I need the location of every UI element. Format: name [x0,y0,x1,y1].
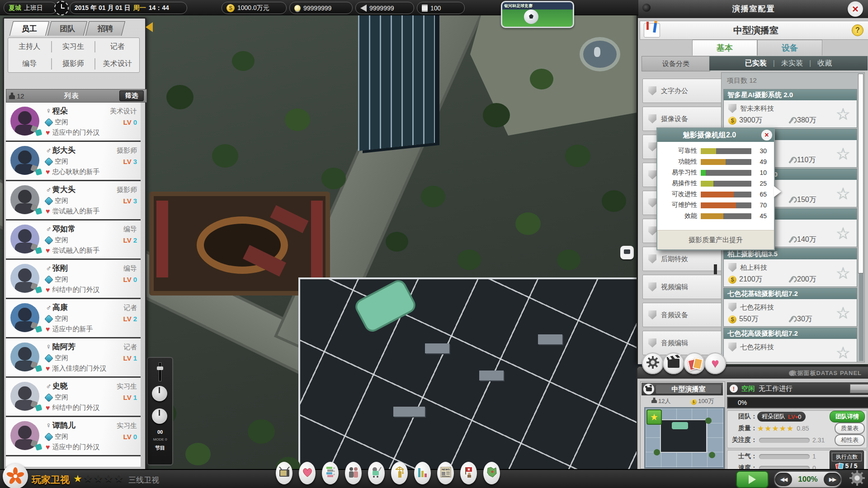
money-pill[interactable]: $ 1000.0万元 [222,2,287,14]
employee-row[interactable]: ♂邓如常 编导 空闲 LV2 ♥ 尝试融入的新手 [6,221,141,258]
category-button[interactable]: 后期特效 [642,247,722,271]
cart-button[interactable] [368,462,385,484]
script-value: 100 [430,5,441,12]
tab-团队[interactable]: 团队 [47,21,87,36]
cards-button[interactable] [684,352,705,374]
dial-knob[interactable] [152,386,167,401]
production-button[interactable] [663,352,684,374]
employee-row[interactable]: ♀谭鹊儿 实习生 空闲 LV0 ♥ 适应中的门外汉 [6,417,141,455]
category-scrollbar[interactable] [714,264,717,274]
heart-button[interactable] [299,462,316,484]
close-icon[interactable]: × [848,1,863,17]
tv-button[interactable] [276,462,292,484]
favorite-star-icon[interactable]: ☆ [836,264,850,283]
favorite-star-icon[interactable]: ☆ [836,304,850,323]
phone-badge-icon [35,365,42,372]
employee-row[interactable]: ♀程朵 美术设计 空闲 LV0 ♥ 适应中的门外汉 [6,103,141,141]
dial-knob[interactable] [152,408,167,424]
category-button[interactable]: 音频设备 [642,303,722,327]
filter-tab-收藏[interactable]: 收藏 [817,59,832,68]
help-icon[interactable]: ? [852,24,863,36]
map-marker[interactable] [620,246,634,259]
crane-button[interactable] [391,462,408,484]
role-filter[interactable]: 美术设计 [95,58,139,70]
influence-pill[interactable]: 9999999 [355,2,414,14]
employee-row[interactable]: ♀陆阿芳 记者 空闲 LV1 ♥ 渐入佳境的门外汉 [6,338,141,376]
studio-star-badge: ★ [646,409,662,425]
category-button[interactable]: 文字办公 [642,79,722,103]
favorite-star-icon[interactable]: ☆ [836,343,850,362]
stat-row: 功能性 49 [657,156,769,167]
role-filter[interactable]: 记者 [95,41,139,52]
employee-row[interactable]: ♂高康 记者 空闲 LV2 ♥ 适应中的新手 [6,299,141,337]
mixer-console[interactable]: 00 MODE 0 节目 [147,357,173,465]
studio-card[interactable]: 中型演播室 12人 $ 100万 ★ [640,381,725,469]
role-filter[interactable]: 主持人 [8,41,52,52]
wrench-icon [787,276,794,283]
play-button[interactable] [736,471,769,488]
favorite-star-icon[interactable]: ☆ [836,105,850,124]
role-filter[interactable]: 实习生 [52,41,96,52]
chart-button[interactable] [414,462,431,484]
shield-icon [728,343,736,352]
people-button[interactable] [345,462,362,484]
favorite-star-icon[interactable]: ☆ [836,145,850,164]
filter-tab-已实装[interactable]: 已实装 [745,59,767,68]
phone-badge-icon [35,129,42,136]
influence-value: 9999999 [369,5,394,12]
script-pill[interactable]: 100 [417,2,465,14]
time-text: 14：44 [149,4,169,12]
role-filter[interactable]: 摄影师 [52,58,96,70]
filter-tab-未实装[interactable]: 未实装 [781,59,803,68]
datas-panel-label: 数据面板DATAS PANEL [791,369,862,377]
employee-row[interactable]: ♂史晓 实习生 空闲 LV1 ♥ 纠结中的门外汉 [6,378,141,416]
staff-tabs: 员工团队招聘 [11,21,123,36]
studio-minimap[interactable]: ★ [644,407,725,469]
creativity-pill[interactable]: 99999999 [289,2,353,14]
faster-button[interactable]: ▶▶ [824,473,841,486]
rack-icon [326,466,335,480]
employee-name: ♀程朵 [46,106,68,116]
close-icon[interactable]: × [761,130,772,141]
status-gem-icon [44,236,53,245]
settings-button[interactable] [642,352,664,374]
employee-row[interactable]: ♂黄大头 摄影师 空闲 LV3 ♥ 尝试融入的新手 [6,181,141,219]
settings-button[interactable] [848,470,866,488]
favor-button[interactable]: ♥ [704,352,726,374]
favorite-star-icon[interactable]: ☆ [836,224,850,243]
tab-招聘[interactable]: 招聘 [85,21,125,36]
affinity-table-button[interactable]: 相性表 [835,434,865,446]
equipment-card[interactable]: 七色花基础摄影机组7.2 七色花科技 $ 550万 30万 ☆ [723,288,857,327]
clock-icon[interactable] [54,1,69,15]
map-button[interactable] [483,462,500,484]
category-button[interactable]: 音频编辑 [642,331,722,355]
category-button[interactable]: 视频编辑 [642,275,722,299]
rack-button[interactable] [322,462,339,484]
employee-row[interactable]: ♂彭大头 摄影师 空闲 LV3 ♥ 忠心耿耿的新手 [6,142,141,180]
collapse-arrow-icon[interactable] [146,22,153,32]
channel-logo[interactable] [3,464,28,488]
fader-slider[interactable] [159,362,161,381]
quality-table-button[interactable]: 质量表 [835,422,865,434]
equipment-card[interactable]: 七色花高级摄影机组7.2 七色花科技 $ ☆ [723,328,857,362]
equipment-scrollbar[interactable] [858,74,863,273]
tab-设备[interactable]: 设备 [757,40,822,56]
employee-level: LV0 [123,118,137,127]
slower-button[interactable]: ◀◀ [775,473,792,486]
tab-员工[interactable]: 员工 [9,21,49,36]
cards-icon [836,463,843,469]
equipment-card[interactable]: 柏上摄影机组3.5 柏上科技 $ 2100万 200万 ☆ [723,248,857,287]
tab-基本[interactable]: 基本 [692,40,757,56]
employee-list[interactable]: ♀程朵 美术设计 空闲 LV0 ♥ 适应中的门外汉 ♂彭大头 摄影师 [6,103,141,467]
filter-button[interactable]: 筛选 [119,90,144,101]
equipment-card[interactable]: 智多星AI摄影系统 2.0 智未来科技 $ 3900万 380万 ☆ [723,89,857,128]
status-detail-button[interactable] [850,384,868,393]
news-button[interactable]: NEWS [437,462,454,484]
role-filter[interactable]: 编导 [8,58,52,70]
employee-row[interactable]: ♂张刚 编导 空闲 LV0 ♥ 纠结中的门外汉 [6,260,141,298]
team-pill[interactable]: 程朵团队 LV♥0 [757,412,806,422]
favorite-star-icon[interactable]: ☆ [836,184,850,203]
team-detail-button[interactable]: 团队详情 [830,411,865,422]
protest-flag-button[interactable] [460,462,477,484]
channel-tier: 三线卫视 [128,475,159,485]
